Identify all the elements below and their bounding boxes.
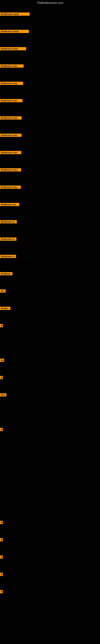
bottleneck-label: B (0, 428, 3, 431)
bottleneck-bar: Bottlen (0, 307, 100, 310)
bottleneck-bar: Bottleneck result (0, 30, 100, 33)
bottleneck-bar: Bo (0, 359, 100, 362)
bottleneck-label: Bottleneck resu (0, 134, 21, 137)
bottleneck-bar: B (0, 590, 100, 593)
site-title: TheBottlenecker.com (0, 0, 100, 5)
bottleneck-label: Bottleneck resu (0, 116, 22, 120)
bottleneck-label: Bo (0, 359, 4, 362)
bottleneck-bar: Bottleneck resu (0, 186, 100, 189)
bottleneck-label: Bottleneck resu (0, 64, 24, 68)
bottleneck-bar: Bot (0, 290, 100, 292)
bottleneck-label: Bottleneck resu (0, 82, 23, 85)
bottleneck-label: Bott (0, 393, 6, 396)
bottleneck-bar: B (0, 573, 100, 576)
bottleneck-label: Bottleneck result (0, 12, 30, 16)
bottleneck-bar: B (0, 428, 100, 431)
bottleneck-bar: Bottleneck resu (0, 134, 100, 137)
bottleneck-bar: B (0, 324, 100, 327)
bottleneck-bar: B (0, 376, 100, 379)
bottleneck-bar: Bottleneck result (0, 12, 100, 16)
bottleneck-label: B (0, 324, 3, 327)
bottleneck-label: B (0, 538, 3, 541)
bottleneck-bar: Bottleneck resu (0, 64, 100, 68)
bottleneck-bar: B (0, 538, 100, 541)
bottleneck-label: Bottleneck res (0, 203, 19, 206)
bottleneck-label: B (0, 376, 3, 379)
bottleneck-bar: Bottleneck resu (0, 116, 100, 120)
bottleneck-label: Bottleneck resu (0, 186, 21, 189)
bottleneck-label: Bottlen (0, 307, 10, 310)
bottleneck-bar: Bottlenec (0, 272, 100, 275)
bottleneck-label: Bottleneck result (0, 30, 29, 33)
bottleneck-label: Bottleneck re (0, 238, 16, 241)
bottleneck-bar: Bottleneck re (0, 220, 100, 224)
bottleneck-label: Bottleneck re (0, 220, 17, 224)
bottleneck-label: B (0, 556, 3, 559)
bottleneck-label: B (0, 573, 3, 576)
bottleneck-label: Bottleneck resu (0, 99, 22, 102)
bottleneck-label: Bottleneck resul (0, 47, 26, 50)
bottleneck-bar: Bott (0, 393, 100, 396)
bottleneck-bar: B (0, 556, 100, 559)
bottleneck-bar: Bottleneck re (0, 238, 100, 241)
bottleneck-label: B (0, 521, 3, 524)
bottleneck-bar: Bottleneck resu (0, 99, 100, 102)
bottleneck-bar: Bottleneck resu (0, 82, 100, 85)
bottleneck-bar: Bottleneck resu (0, 168, 100, 172)
bottleneck-label: Bottleneck re (0, 255, 16, 258)
bottleneck-label: B (0, 590, 3, 593)
bottleneck-label: Bottlenec (0, 272, 12, 275)
bottleneck-bar: Bottleneck resu (0, 151, 100, 154)
bottleneck-label: Bottleneck resu (0, 151, 21, 154)
bottleneck-bar: Bottleneck re (0, 255, 100, 258)
bottleneck-bar: Bottleneck resul (0, 47, 100, 50)
bottleneck-label: Bottleneck resu (0, 168, 21, 172)
bottleneck-bar: Bottleneck res (0, 203, 100, 206)
bottleneck-bar: B (0, 521, 100, 524)
bottleneck-label: Bot (0, 290, 6, 292)
